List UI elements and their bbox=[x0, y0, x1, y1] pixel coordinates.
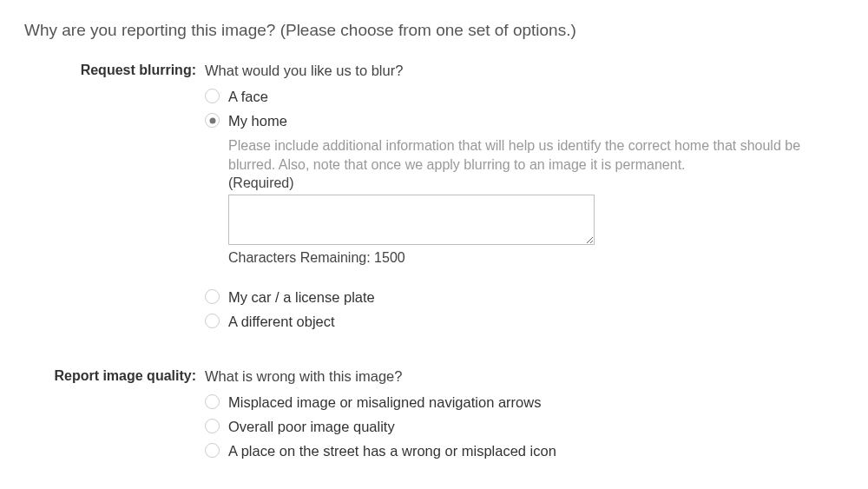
blurring-prompt: What would you like us to blur? bbox=[205, 63, 844, 79]
home-detail-block: Please include additional information th… bbox=[228, 136, 819, 266]
radio-label-face[interactable]: A face bbox=[228, 88, 268, 105]
radio-label-different[interactable]: A different object bbox=[228, 313, 335, 330]
required-label: (Required) bbox=[228, 175, 819, 191]
radio-row-different: A different object bbox=[205, 313, 844, 330]
char-counter: Characters Remaining: 1500 bbox=[228, 250, 819, 266]
radio-different[interactable] bbox=[205, 314, 220, 328]
home-details-textarea[interactable] bbox=[228, 195, 595, 245]
home-hint-text: Please include additional information th… bbox=[228, 136, 819, 174]
radio-label-car[interactable]: My car / a license plate bbox=[228, 288, 375, 306]
quality-prompt: What is wrong with this image? bbox=[205, 368, 844, 385]
char-counter-value: 1500 bbox=[374, 250, 405, 265]
radio-row-wrong-icon: A place on the street has a wrong or mis… bbox=[205, 442, 844, 459]
radio-label-wrong-icon[interactable]: A place on the street has a wrong or mis… bbox=[228, 442, 556, 459]
page-heading: Why are you reporting this image? (Pleas… bbox=[24, 21, 844, 40]
radio-row-car: My car / a license plate bbox=[205, 288, 844, 306]
radio-wrong-icon[interactable] bbox=[205, 443, 220, 458]
blurring-section-label: Request blurring: bbox=[24, 63, 205, 337]
radio-poor[interactable] bbox=[205, 419, 220, 433]
radio-row-face: A face bbox=[205, 88, 844, 105]
section-blurring: Request blurring: What would you like us… bbox=[24, 63, 844, 337]
blurring-section-body: What would you like us to blur? A face M… bbox=[205, 63, 844, 337]
radio-row-poor: Overall poor image quality bbox=[205, 418, 844, 435]
section-quality: Report image quality: What is wrong with… bbox=[24, 368, 844, 466]
radio-row-home: My home bbox=[205, 112, 844, 129]
radio-label-home[interactable]: My home bbox=[228, 112, 287, 129]
radio-label-poor[interactable]: Overall poor image quality bbox=[228, 418, 395, 435]
radio-home[interactable] bbox=[205, 113, 220, 128]
radio-misplaced[interactable] bbox=[205, 394, 220, 409]
radio-face[interactable] bbox=[205, 89, 220, 103]
radio-car[interactable] bbox=[205, 289, 220, 304]
quality-section-body: What is wrong with this image? Misplaced… bbox=[205, 368, 844, 466]
char-counter-prefix: Characters Remaining: bbox=[228, 250, 374, 265]
quality-section-label: Report image quality: bbox=[24, 368, 205, 466]
radio-row-misplaced: Misplaced image or misaligned navigation… bbox=[205, 393, 844, 411]
radio-label-misplaced[interactable]: Misplaced image or misaligned navigation… bbox=[228, 393, 541, 411]
